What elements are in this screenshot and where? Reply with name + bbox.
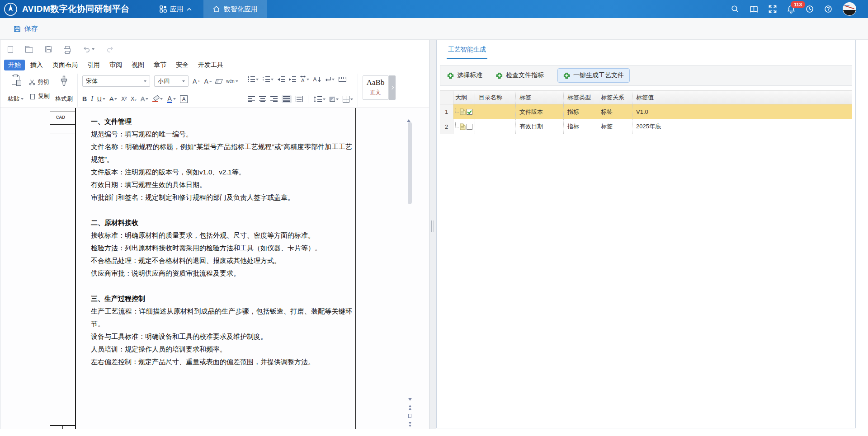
decrease-indent-button[interactable] [278, 76, 285, 82]
text-effect-button[interactable]: A [141, 95, 148, 103]
bold-button[interactable]: B [82, 95, 87, 103]
select-browse-object-icon[interactable] [408, 414, 411, 418]
topbar-icons: 113 [731, 2, 868, 16]
print-icon[interactable] [64, 46, 71, 52]
document-canvas[interactable]: CAD 描 图 一、文件管理 规范编号：填写规程的唯一编号。 文件名称：明确规程… [0, 108, 429, 429]
table-row[interactable]: 2 有效日期 指标 标签 2025年底 [440, 119, 852, 134]
style-normal-button[interactable]: AaBb 正文 [363, 75, 389, 100]
align-left-button[interactable] [248, 96, 255, 102]
search-icon[interactable] [731, 5, 739, 13]
strikethrough-button[interactable]: A [109, 95, 117, 103]
doc-line: 有效日期：填写规程生效的具体日期。 [91, 178, 352, 191]
select-standard-label: 选择标准 [457, 71, 482, 80]
directory-name-cell [475, 119, 516, 134]
font-color-button[interactable]: A [167, 95, 176, 103]
tab-references[interactable]: 引用 [83, 60, 104, 70]
doc-line: 左右偏差控制：规定产品尺寸、重量或表面的偏差范围，并提供调整方法。 [91, 356, 352, 368]
help-icon[interactable] [824, 5, 832, 13]
doc-section-2: 二、原材料接收 接收标准：明确原材料的质量要求，包括外观、尺寸、密度等方面的标准… [91, 216, 352, 280]
highlight-pen-button[interactable] [152, 96, 163, 102]
shading-button[interactable] [330, 97, 339, 102]
tab-security[interactable]: 安全 [172, 60, 193, 70]
tab-home[interactable]: 开始 [4, 60, 25, 70]
document-text[interactable]: 一、文件管理 规范编号：填写规程的唯一编号。 文件名称：明确规程的标题，例如“某… [91, 115, 352, 381]
tab-page-layout[interactable]: 页面布局 [48, 60, 82, 70]
open-file-icon[interactable] [25, 46, 33, 53]
notifications-bell-icon[interactable]: 113 [787, 5, 795, 14]
save-button[interactable]: 保存 [24, 24, 38, 33]
font-name-value: 宋体 [86, 77, 98, 85]
increase-indent-button[interactable] [289, 76, 296, 82]
tab-dev-tools[interactable]: 开发工具 [194, 60, 227, 70]
check-indicators-label: 检查文件指标 [506, 71, 544, 80]
style-gallery-expand-button[interactable] [389, 75, 396, 100]
numbered-list-button[interactable] [263, 76, 274, 82]
bullet-list-button[interactable] [248, 76, 259, 82]
undo-icon[interactable] [83, 46, 94, 53]
doc-line: 规范编号：填写规程的唯一编号。 [91, 128, 352, 141]
previous-page-icon[interactable] [409, 405, 411, 410]
copy-button[interactable]: 复制 [29, 92, 50, 100]
line-spacing-button[interactable] [313, 96, 326, 102]
tab-review[interactable]: 审阅 [105, 60, 126, 70]
tag-cell: 有效日期 [516, 119, 564, 134]
home-tab-digital-apps[interactable]: 数智化应用 [203, 0, 267, 18]
borders-button[interactable] [343, 96, 353, 103]
tab-view[interactable]: 视图 [127, 60, 148, 70]
format-painter-button[interactable]: 格式刷 [55, 75, 73, 103]
tab-process-smart-generation[interactable]: 工艺智能生成 [447, 46, 487, 59]
decrease-font-button[interactable]: A− [204, 78, 212, 85]
generate-process-file-button[interactable]: 一键生成工艺文件 [557, 68, 630, 83]
tab-section[interactable]: 章节 [150, 60, 170, 70]
align-right-button[interactable] [270, 96, 278, 102]
copy-label: 复制 [38, 92, 50, 100]
scrollbar-thumb[interactable] [408, 122, 412, 204]
cut-button[interactable]: 剪切 [29, 78, 50, 86]
quick-save-icon[interactable] [45, 46, 52, 52]
italic-button[interactable]: I [91, 95, 93, 103]
scroll-up-icon[interactable] [407, 112, 410, 122]
clear-format-eraser-icon[interactable] [216, 79, 222, 84]
tab-insert[interactable]: 插入 [26, 60, 47, 70]
increase-font-button[interactable]: A+ [193, 78, 200, 85]
justify-button[interactable] [282, 95, 292, 103]
user-avatar[interactable] [843, 2, 856, 16]
paste-button[interactable]: 粘贴 [8, 75, 24, 103]
home-tab-label: 数智化应用 [224, 5, 258, 14]
history-clock-icon[interactable] [806, 5, 814, 13]
splitter-grip[interactable] [431, 220, 434, 232]
fullscreen-icon[interactable] [769, 5, 777, 13]
underline-button[interactable]: U [97, 95, 105, 103]
distribute-button[interactable] [296, 96, 303, 102]
editor-vertical-scrollbar[interactable] [407, 112, 413, 427]
font-size-value: 小四 [158, 77, 170, 85]
font-size-select[interactable]: 小四 [154, 75, 189, 87]
select-standard-button[interactable]: 选择标准 [447, 71, 482, 80]
check-indicators-button[interactable]: 检查文件指标 [496, 71, 544, 80]
sort-button[interactable]: A [313, 76, 321, 83]
paste-label: 粘贴 [8, 95, 19, 103]
undo-dropdown-icon[interactable] [92, 48, 94, 50]
tag-cell: 文件版本 [516, 104, 564, 119]
char-border-button[interactable]: A [180, 95, 188, 103]
scroll-down-icon[interactable] [408, 398, 412, 401]
font-group: 宋体 小四 A+ A− wén B I U A [78, 74, 243, 107]
row-checkbox-unchecked[interactable] [467, 124, 472, 130]
char-scale-button[interactable]: A [300, 75, 309, 83]
redo-icon[interactable] [107, 46, 114, 53]
next-page-icon[interactable] [409, 422, 411, 427]
new-document-icon[interactable] [8, 46, 13, 53]
font-name-select[interactable]: 宋体 [82, 75, 150, 87]
header-tag: 标签 [516, 91, 564, 104]
app-menu-button[interactable]: 应用 [160, 0, 192, 18]
table-row[interactable]: 1 文件版本 指标 标签 V1.0 [440, 104, 852, 119]
tab-ruler-button[interactable] [339, 77, 346, 82]
subscript-button[interactable]: X₂ [131, 96, 137, 102]
book-icon[interactable] [750, 5, 758, 13]
pinyin-guide-button[interactable]: wén [226, 79, 238, 84]
paragraph-marks-button[interactable] [325, 77, 335, 82]
panel-toolbar: 选择标准 检查文件指标 一键生成工艺文件 [440, 65, 852, 86]
align-center-button[interactable] [259, 96, 266, 102]
row-checkbox-checked[interactable] [467, 109, 472, 115]
superscript-button[interactable]: X² [121, 96, 127, 102]
